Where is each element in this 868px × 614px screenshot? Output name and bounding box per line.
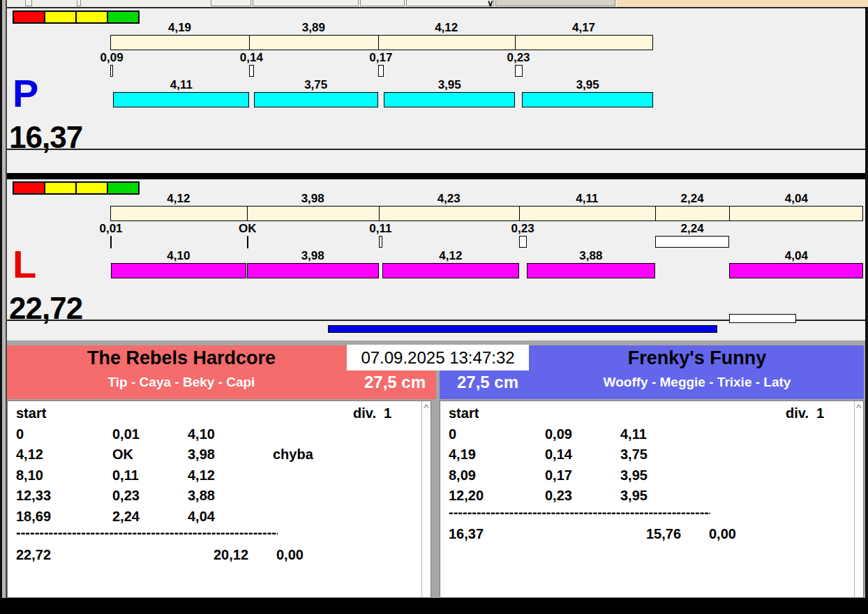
lane-letter: L — [13, 245, 36, 284]
toolbar-segment — [211, 0, 251, 6]
table-cell: 12,20 — [449, 488, 484, 504]
datetime-box: 07.09.2025 13:47:32 — [347, 345, 529, 370]
toolbar-segment — [406, 0, 494, 6]
split-time-label: 2,24 — [681, 192, 704, 206]
table-cell: 3,88 — [188, 488, 215, 504]
scroll-up-arrow[interactable]: ^ — [424, 402, 429, 412]
run-time-label: 4,10 — [167, 249, 190, 263]
delay-time-label: 2,24 — [681, 222, 704, 236]
table-cell: 0,23 — [112, 488, 140, 504]
delay-marker — [249, 65, 254, 77]
scrollbar-track[interactable]: ^ — [421, 401, 431, 597]
toolbar-segment — [360, 0, 405, 6]
team-dogs-right: Wooffy - Meggie - Trixie - Laty — [530, 375, 864, 390]
split-bar-divider — [247, 206, 248, 221]
split-time-label: 4,04 — [785, 192, 808, 206]
pass-tick — [247, 236, 248, 248]
team-name-right: Frenky's Funny — [530, 347, 864, 369]
run-bar — [729, 263, 863, 278]
table-head-division: div. 1 — [353, 405, 391, 421]
scrollbar-track[interactable]: ^ — [854, 401, 863, 597]
run-time-label: 3,75 — [304, 78, 327, 92]
table-total-cell: 16,37 — [449, 526, 484, 542]
table-cell: 3,95 — [620, 488, 648, 504]
traffic-light — [44, 181, 77, 195]
table-cell: OK — [112, 447, 133, 463]
table-cell: 12,33 — [16, 488, 51, 504]
section-separator-line — [7, 149, 865, 150]
table-total-cell: 0,00 — [709, 526, 736, 542]
traffic-light — [75, 181, 108, 195]
table-cell: 4,04 — [188, 509, 215, 525]
split-bar-divider — [655, 206, 656, 221]
table-separator-dashes: ----------------------------------------… — [449, 504, 710, 521]
traffic-light — [13, 10, 45, 24]
table-cell: 0,23 — [545, 488, 572, 504]
split-time-label: 4,12 — [167, 192, 190, 206]
section-divider-bar — [2, 173, 868, 179]
table-cell: 8,09 — [449, 467, 476, 484]
results-table-left: startdiv. 100,014,104,12OK3,98chyba8,100… — [7, 400, 431, 598]
scroll-up-arrow[interactable]: ^ — [856, 402, 862, 412]
split-bar-divider — [249, 35, 250, 50]
table-cell: 4,11 — [620, 426, 647, 442]
split-bar-divider — [519, 206, 520, 221]
window-left-border — [0, 0, 7, 598]
delay-marker — [519, 236, 527, 248]
delay-marker — [655, 236, 729, 248]
table-cell: 4,12 — [16, 447, 43, 463]
run-time-label: 3,98 — [301, 249, 324, 263]
table-total-cell: 20,12 — [214, 547, 248, 563]
delay-time-label: 0,14 — [240, 51, 263, 65]
split-bar — [110, 35, 653, 50]
delay-time-label: 0,17 — [369, 51, 392, 65]
traffic-light — [44, 10, 77, 24]
split-bar — [110, 206, 863, 221]
run-time-label: 4,11 — [170, 78, 193, 92]
run-time-label: 3,95 — [438, 78, 461, 92]
delay-time-label: 0,23 — [507, 51, 530, 65]
split-time-label: 3,89 — [302, 21, 325, 35]
delay-marker — [515, 65, 523, 77]
app-window: ∨ 4,193,894,124,170,090,140,170,234,113,… — [0, 0, 868, 614]
delay-marker — [378, 65, 384, 77]
finish-marker-box — [729, 314, 796, 323]
table-cell: 8,10 — [16, 467, 43, 484]
traffic-light — [107, 10, 140, 24]
table-cell: 3,95 — [620, 467, 648, 484]
run-time-label: 3,88 — [579, 249, 602, 263]
run-bar — [384, 92, 515, 107]
run-bar — [527, 263, 655, 278]
table-cell: 4,12 — [188, 467, 215, 484]
split-bar-divider — [379, 206, 380, 221]
jump-height-left: 27,5 cm — [357, 373, 433, 392]
split-time-label: 4,23 — [437, 192, 461, 206]
run-bar — [254, 92, 378, 107]
run-time-label: 3,95 — [576, 78, 599, 92]
table-cell: 4,10 — [188, 426, 215, 442]
table-cell: 3,75 — [620, 447, 648, 463]
delay-time-label: 0,11 — [369, 222, 391, 236]
table-cell: 0,11 — [112, 467, 139, 484]
table-cell: 18,69 — [16, 509, 51, 525]
delay-time-label: OK — [239, 222, 257, 236]
results-table-right: startdiv. 100,094,114,190,143,758,090,17… — [440, 400, 864, 598]
traffic-light — [107, 181, 140, 195]
traffic-light — [13, 181, 45, 195]
run-bar — [113, 92, 249, 107]
table-separator-dashes: ----------------------------------------… — [16, 525, 278, 541]
traffic-light — [75, 10, 108, 24]
toolbar-segment — [25, 0, 32, 6]
split-time-label: 4,12 — [435, 21, 458, 35]
run-time-label: 4,12 — [439, 249, 462, 263]
table-head-start: start — [16, 405, 46, 421]
toolbar-fill — [495, 0, 615, 6]
window-right-border — [865, 7, 868, 598]
progress-bar — [328, 325, 717, 333]
split-time-label: 3,98 — [301, 192, 324, 206]
toolbar-highlight-block — [617, 0, 868, 7]
split-bar-divider — [515, 35, 516, 50]
table-cell: 0 — [16, 426, 24, 442]
toolbar-sliver: ∨ — [0, 0, 868, 7]
delay-time-label: 0,01 — [99, 222, 122, 236]
